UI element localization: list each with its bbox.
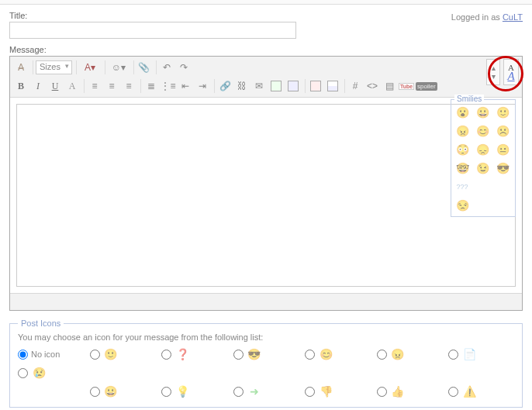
italic-button[interactable]: I (30, 78, 46, 94)
font-family-button[interactable]: A (64, 78, 80, 94)
post-icons-fieldset: Post Icons You may choose an icon for yo… (9, 319, 523, 408)
page-icon[interactable]: ▤ (382, 78, 397, 94)
smiley-frown-icon[interactable]: ☹️ (495, 123, 510, 139)
editor-mode-toggle[interactable]: A A (503, 59, 519, 85)
smiley-grin-icon[interactable]: 😀 (475, 105, 490, 120)
outdent-icon[interactable]: ⇤ (178, 78, 193, 94)
smiley-smile-icon[interactable]: 🙂 (495, 105, 510, 120)
main-panel: Title: Logged in as CuLT Message: A̶ Siz… (0, 5, 532, 410)
align-right-icon[interactable]: ≡ (121, 78, 136, 94)
post-icon-8[interactable]: 💡 (161, 384, 227, 399)
quote-icon[interactable] (308, 78, 323, 94)
post-icons-legend: Post Icons (18, 319, 64, 328)
link-icon[interactable]: 🔗 (217, 78, 233, 94)
email-icon[interactable]: ✉ (251, 78, 267, 94)
hash-icon[interactable]: # (347, 78, 363, 94)
smiley-glasses-icon[interactable]: 🤓 (454, 160, 470, 176)
bold-button[interactable]: B (13, 78, 29, 94)
pi-warning-icon: ⚠️ (461, 384, 477, 399)
smiley-sad-icon[interactable]: 😞 (475, 142, 490, 157)
video-icon[interactable] (285, 78, 301, 94)
pi-bulb-icon: 💡 (174, 384, 190, 399)
attachment-icon[interactable]: 📎 (136, 60, 152, 75)
post-icon-1[interactable]: 🙂 (90, 346, 156, 362)
arrow-down-icon: ▾ (492, 72, 496, 81)
toolbar: A̶ Sizes A▾ ☺▾ 📎 ↶ ↷ B I U A ≡ ≡ (10, 57, 522, 98)
font-color-dropdown[interactable]: A▾ (79, 60, 101, 75)
title-input[interactable] (9, 22, 296, 39)
username-link[interactable]: CuLT (503, 12, 523, 22)
pi-cool-icon: 😎 (247, 346, 262, 362)
smilies-panel: Smilies 😮 😀 🙂 😠 😊 ☹️ 😳 😞 😐 🤓 😉 😎 ??? (451, 99, 516, 217)
post-icon-6[interactable]: 😢 (18, 365, 84, 381)
smiley-annoyed-icon[interactable]: 😒 (454, 198, 470, 213)
post-icon-9[interactable]: ➜ (233, 384, 299, 399)
editor-container: A̶ Sizes A▾ ☺▾ 📎 ↶ ↷ B I U A ≡ ≡ (9, 56, 523, 311)
smiley-wink-icon[interactable]: 😉 (475, 160, 490, 176)
align-left-icon[interactable]: ≡ (87, 78, 102, 94)
remove-format-icon[interactable]: A̶ (13, 60, 29, 75)
pi-happy-icon: 😊 (318, 346, 333, 362)
spoiler-button[interactable]: spoiler (416, 78, 437, 94)
message-textarea[interactable] (16, 104, 516, 287)
pi-grin-icon: 😀 (103, 384, 119, 399)
image-icon[interactable] (268, 78, 284, 94)
logged-in-text: Logged in as CuLT (451, 11, 523, 22)
letter-a-styled-icon: A (507, 71, 514, 81)
post-icon-2[interactable]: ❓ (161, 346, 227, 362)
pi-smile-icon: 🙂 (103, 346, 119, 362)
message-label: Message: (9, 45, 523, 54)
smilies-legend: Smilies (454, 95, 484, 103)
font-size-dropdown[interactable]: Sizes (36, 60, 72, 74)
smiley-neutral-icon[interactable]: 😐 (495, 142, 510, 157)
smiley-happy-icon[interactable]: 😊 (475, 123, 490, 139)
unordered-list-icon[interactable]: ⋮≡ (161, 78, 176, 94)
pi-note-icon: 📄 (461, 346, 477, 362)
unlink-icon[interactable]: ⛓ (234, 78, 250, 94)
undo-icon[interactable]: ↶ (159, 60, 174, 75)
pi-thumbdown-icon: 👎 (318, 384, 333, 399)
pi-arrow-icon: ➜ (247, 384, 262, 399)
arrow-up-icon: ▴ (492, 64, 496, 72)
smiley-question-icon[interactable]: ??? (454, 179, 470, 195)
underline-button[interactable]: U (47, 78, 63, 94)
smiley-angry-icon[interactable]: 😠 (454, 123, 470, 139)
redo-icon[interactable]: ↷ (176, 60, 192, 75)
post-icon-none[interactable]: No icon (18, 346, 84, 362)
pi-sad-icon: 😢 (31, 365, 47, 381)
post-icon-3[interactable]: 😎 (233, 346, 299, 362)
expand-toggle[interactable]: ▴ ▾ (486, 59, 500, 85)
pi-question-icon: ❓ (174, 346, 190, 362)
post-icon-5[interactable]: 😠 (377, 346, 443, 362)
code-icon[interactable]: <> (364, 78, 380, 94)
post-icon-13[interactable]: 📄 (448, 346, 514, 362)
pi-angry-icon: 😠 (390, 346, 406, 362)
smiley-cool-icon[interactable]: 😎 (495, 160, 510, 176)
editor-footer (10, 293, 522, 310)
post-icon-10[interactable]: 👎 (305, 384, 371, 399)
post-icon-11[interactable]: 👍 (377, 384, 443, 399)
title-label: Title: (9, 11, 27, 20)
smiley-pacman-icon[interactable]: 😮 (454, 105, 470, 120)
table-icon[interactable] (325, 78, 340, 94)
post-icon-4[interactable]: 😊 (305, 346, 371, 362)
smiley-dropdown[interactable]: ☺▾ (108, 60, 130, 75)
youtube-icon[interactable]: Tube (399, 78, 414, 94)
post-icon-7[interactable]: 😀 (90, 384, 156, 399)
post-icons-desc: You may choose an icon for your message … (18, 332, 514, 342)
post-icon-12[interactable]: ⚠️ (448, 384, 514, 399)
indent-icon[interactable]: ⇥ (195, 78, 210, 94)
align-center-icon[interactable]: ≡ (104, 78, 119, 94)
smiley-redface-icon[interactable]: 😳 (454, 142, 470, 157)
post-icon-blank (18, 384, 84, 399)
ordered-list-icon[interactable]: ≣ (143, 78, 159, 94)
pi-thumbup-icon: 👍 (390, 384, 406, 399)
